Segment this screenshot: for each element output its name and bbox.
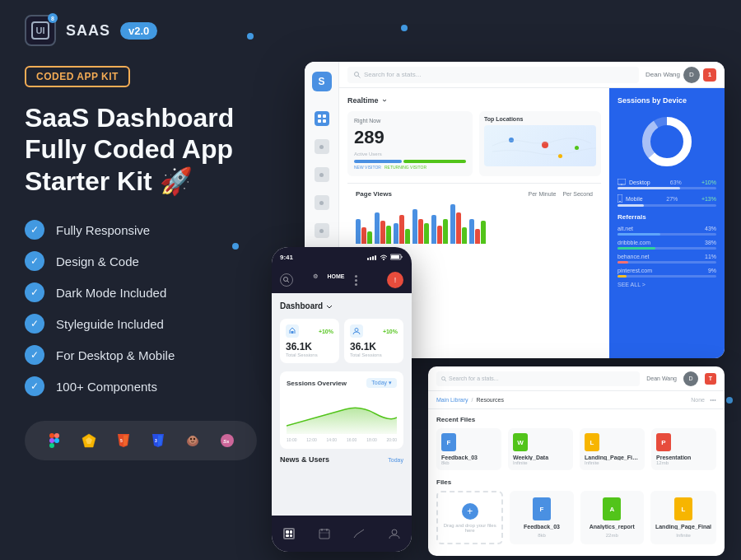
bar-item bbox=[412, 209, 417, 244]
mobile-stat-cards: +10% 36.1K Total Sessions +10% 36.1K Tot… bbox=[280, 319, 403, 363]
bar-group bbox=[375, 212, 391, 244]
bar-group bbox=[450, 204, 467, 244]
battery-icon bbox=[390, 254, 403, 260]
bar-item bbox=[399, 215, 404, 244]
check-icon: ✓ bbox=[25, 282, 44, 302]
sessions-device-title: Sessions by Device bbox=[618, 96, 716, 105]
mobile-nav-grid[interactable] bbox=[281, 525, 297, 542]
feature-item: ✓ Dark Mode Included bbox=[25, 282, 272, 302]
svg-rect-40 bbox=[319, 530, 329, 539]
mobile-nav-user[interactable] bbox=[386, 525, 403, 542]
fp-notification[interactable]: T bbox=[705, 373, 716, 385]
decorative-dot bbox=[401, 25, 408, 31]
mobile-nav-calendar[interactable] bbox=[316, 525, 333, 542]
mobile-nav-more[interactable] bbox=[355, 273, 368, 287]
bar-item bbox=[456, 212, 461, 244]
stat-sessions-icon bbox=[286, 324, 299, 338]
realtime-title: Realtime bbox=[347, 96, 601, 105]
device-mobile-change: +13% bbox=[701, 196, 716, 202]
db-nav-item4[interactable] bbox=[315, 223, 329, 238]
fp-file-name: Feedback_03 bbox=[441, 455, 496, 460]
device-mobile-stat: Mobile 27% +13% bbox=[618, 194, 716, 207]
fp-more-icon[interactable] bbox=[710, 397, 716, 404]
fp-file-size: 12mb bbox=[656, 460, 711, 465]
fp-sort-dropdown[interactable]: None bbox=[691, 397, 705, 403]
fp-file-size: 8kb bbox=[538, 533, 546, 538]
mobile-nav-dashboard[interactable]: HOME bbox=[328, 273, 345, 287]
db-nav-item3[interactable] bbox=[315, 195, 329, 210]
device-bar-bg bbox=[618, 187, 716, 189]
visitor-progress bbox=[354, 160, 466, 163]
svg-text:5: 5 bbox=[120, 438, 123, 443]
see-all-link[interactable]: SEE ALL > bbox=[618, 282, 716, 287]
feature-text: Styleguide Included bbox=[56, 317, 164, 331]
device-desktop-pct: 63% bbox=[670, 180, 682, 185]
fp-file-card[interactable]: W Weekly_Data Infinite bbox=[508, 428, 573, 470]
db-nav-dashboard[interactable] bbox=[315, 111, 329, 126]
mobile-notification-button[interactable]: ! bbox=[387, 272, 403, 288]
stat-label: Total Sessions bbox=[350, 352, 398, 357]
fp-user-name: Dean Wang bbox=[646, 376, 677, 381]
svg-rect-21 bbox=[318, 119, 321, 123]
device-bar-fill bbox=[618, 187, 680, 189]
css-icon: 3 bbox=[147, 429, 170, 452]
user-icon bbox=[389, 528, 400, 539]
fp-search[interactable]: Search for a stats... bbox=[436, 371, 640, 386]
db-search-placeholder: Search for a stats... bbox=[364, 71, 421, 78]
device-row: Desktop 63% +10% bbox=[618, 179, 716, 185]
mobile-stat-card-1: +10% 36.1K Total Sessions bbox=[280, 319, 339, 363]
fp-file-name: Analytics_report bbox=[590, 524, 635, 530]
svg-line-37 bbox=[287, 281, 289, 282]
feature-text: Dark Mode Included bbox=[56, 286, 166, 300]
svg-point-39 bbox=[355, 329, 358, 332]
device-label: Desktop bbox=[618, 179, 650, 185]
mobile-search-icon[interactable] bbox=[280, 273, 293, 287]
db-nav-item1[interactable] bbox=[315, 139, 329, 154]
fp-file-card2[interactable]: L Landing_Page_Final Infinite bbox=[650, 491, 716, 544]
referral-item: behance.net 11% bbox=[618, 254, 716, 264]
db-notification-badge[interactable]: 1 bbox=[703, 68, 716, 82]
db-search[interactable]: Search for a stats... bbox=[347, 67, 639, 83]
fp-add-text: Drag and drop your files here bbox=[443, 523, 496, 533]
ref-bar-bg bbox=[618, 247, 716, 250]
fp-actions: None bbox=[691, 397, 716, 404]
mobile-area-chart bbox=[287, 393, 397, 434]
device-bar-bg bbox=[618, 204, 716, 207]
fp-file-card[interactable]: F Feedback_03 8kb bbox=[436, 428, 501, 470]
check-icon: ✓ bbox=[25, 220, 44, 240]
mobile-nav-chart[interactable] bbox=[351, 525, 367, 542]
fp-file-card2[interactable]: F Feedback_03 8kb bbox=[510, 491, 573, 544]
svg-text:3: 3 bbox=[155, 438, 157, 443]
svg-point-15 bbox=[190, 438, 192, 440]
chart-legend: Per Minute Per Second bbox=[529, 191, 593, 197]
bar-group bbox=[469, 219, 486, 244]
svg-point-14 bbox=[189, 436, 197, 444]
fp-file-name: Weekly_Data bbox=[513, 455, 568, 460]
device-desktop-change: +10% bbox=[701, 180, 716, 185]
fp-file-name: Landing_Page_Final bbox=[655, 524, 711, 530]
svg-line-24 bbox=[358, 76, 361, 78]
fp-file-icon-row: P bbox=[656, 433, 711, 451]
bar-item bbox=[450, 204, 455, 244]
feature-text: For Desktop & Mobile bbox=[56, 348, 175, 362]
fp-add-files-card[interactable]: + Drag and drop your files here bbox=[436, 491, 503, 544]
logo-version-dot: 8 bbox=[48, 13, 58, 23]
fp-file-card[interactable]: L Landing_Page_Final Infinite bbox=[580, 428, 645, 470]
figma-icon bbox=[43, 429, 66, 452]
svg-text:Ss: Ss bbox=[223, 439, 230, 444]
db-nav-item2[interactable] bbox=[315, 167, 329, 182]
fp-file-card2[interactable]: A Analytics_report 22mb bbox=[580, 491, 644, 544]
svg-rect-20 bbox=[323, 114, 326, 118]
mobile-time: 9:41 bbox=[280, 254, 293, 261]
time-label: 18:00 bbox=[366, 437, 377, 442]
fp-content: Recent Files F Feedback_03 8kb W Weekly_… bbox=[428, 409, 725, 551]
fp-file-icon: W bbox=[513, 433, 528, 451]
mobile-status-bar: 9:41 bbox=[272, 247, 412, 267]
referral-row: alt.net 43% bbox=[618, 226, 716, 231]
fp-file-card[interactable]: P Presentation 12mb bbox=[651, 428, 716, 470]
today-dropdown[interactable]: Today ▾ bbox=[366, 378, 397, 388]
bar-item bbox=[462, 227, 467, 244]
decorative-dot bbox=[726, 397, 733, 404]
chart-header: Page Views Per Minute Per Second bbox=[356, 190, 593, 198]
breadcrumb-home[interactable]: Main Library bbox=[436, 397, 468, 403]
